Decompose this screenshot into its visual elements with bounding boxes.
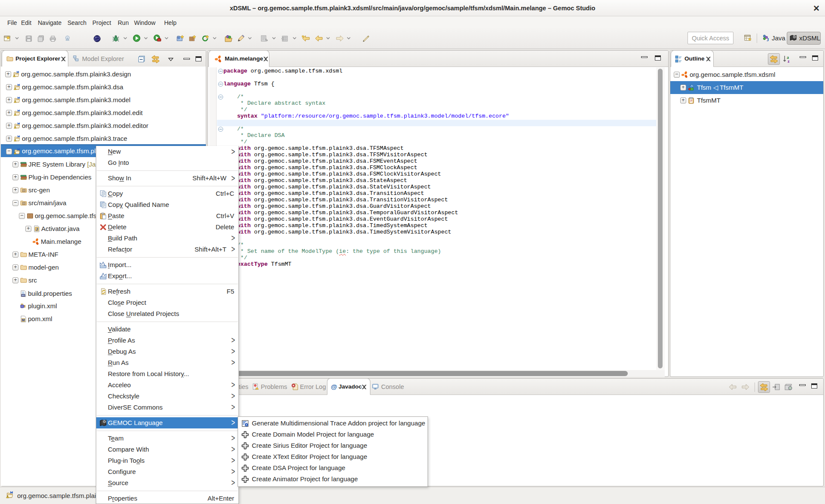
svg-text:z: z <box>788 59 790 64</box>
